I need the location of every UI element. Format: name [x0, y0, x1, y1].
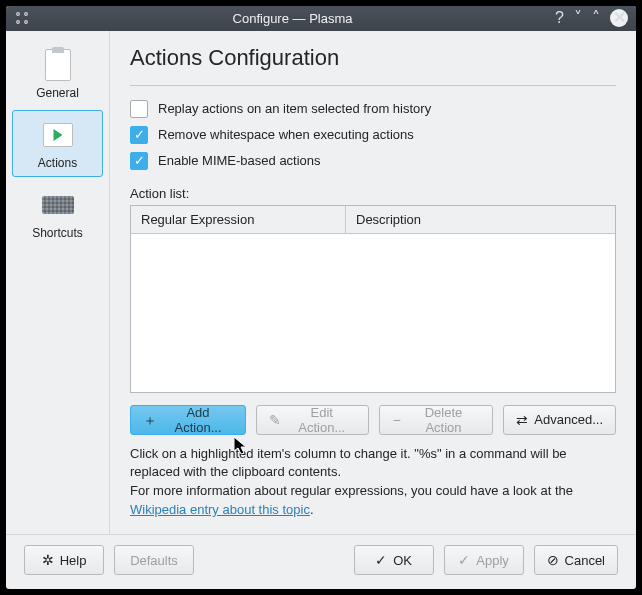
maximize-icon[interactable]: ˄ — [592, 10, 600, 26]
svg-point-1 — [25, 13, 28, 16]
lifebuoy-icon: ✲ — [42, 553, 54, 567]
sidebar-item-label: Shortcuts — [32, 226, 83, 240]
help-button[interactable]: ✲ Help — [24, 545, 104, 575]
ok-button[interactable]: ✓ OK — [354, 545, 434, 575]
keyboard-icon — [42, 189, 74, 221]
help-titlebar-icon[interactable]: ? — [555, 10, 564, 26]
close-icon[interactable]: ✕ — [610, 9, 628, 27]
checkbox-whitespace-row[interactable]: Remove whitespace when executing actions — [130, 126, 616, 144]
window: Configure — Plasma ? ˅ ˄ ✕ General Actio… — [6, 6, 636, 589]
sidebar-item-shortcuts[interactable]: Shortcuts — [12, 181, 103, 246]
cancel-icon: ⊘ — [547, 553, 559, 567]
add-action-button[interactable]: ＋ Add Action... — [130, 405, 246, 435]
titlebar[interactable]: Configure — Plasma ? ˅ ˄ ✕ — [6, 6, 636, 31]
plus-icon: ＋ — [143, 413, 157, 427]
svg-point-2 — [17, 21, 20, 24]
delete-action-button[interactable]: − Delete Action — [379, 405, 493, 435]
checkbox-whitespace[interactable] — [130, 126, 148, 144]
page-title: Actions Configuration — [130, 45, 616, 71]
minus-icon: − — [392, 413, 400, 427]
advanced-button[interactable]: ⇄ Advanced... — [503, 405, 616, 435]
check-icon: ✓ — [458, 553, 470, 567]
checkbox-mime[interactable] — [130, 152, 148, 170]
edit-action-button[interactable]: ✎ Edit Action... — [256, 405, 369, 435]
checkbox-replay[interactable] — [130, 100, 148, 118]
checkbox-label: Remove whitespace when executing actions — [158, 127, 414, 142]
checkbox-mime-row[interactable]: Enable MIME-based actions — [130, 152, 616, 170]
apply-button[interactable]: ✓ Apply — [444, 545, 524, 575]
sidebar-item-general[interactable]: General — [12, 41, 103, 106]
wikipedia-link[interactable]: Wikipedia entry about this topic — [130, 502, 310, 517]
action-list-table[interactable]: Regular Expression Description — [130, 205, 616, 393]
sidebar-item-label: General — [36, 86, 79, 100]
checkbox-label: Enable MIME-based actions — [158, 153, 321, 168]
play-icon — [42, 119, 74, 151]
help-text: Click on a highlighted item's column to … — [130, 445, 616, 520]
window-title: Configure — Plasma — [30, 11, 555, 26]
check-icon: ✓ — [375, 553, 387, 567]
table-body[interactable] — [131, 234, 615, 392]
column-regex[interactable]: Regular Expression — [131, 206, 346, 233]
sidebar: General Actions Shortcuts — [6, 31, 110, 534]
clipboard-icon — [42, 49, 74, 81]
sidebar-item-label: Actions — [38, 156, 77, 170]
pencil-icon: ✎ — [269, 413, 281, 427]
svg-point-3 — [25, 21, 28, 24]
cancel-button[interactable]: ⊘ Cancel — [534, 545, 618, 575]
main-panel: Actions Configuration Replay actions on … — [110, 31, 636, 534]
sidebar-item-actions[interactable]: Actions — [12, 110, 103, 177]
footer: ✲ Help Defaults ✓ OK ✓ Apply ⊘ Cancel — [6, 534, 636, 589]
table-header: Regular Expression Description — [131, 206, 615, 234]
checkbox-label: Replay actions on an item selected from … — [158, 101, 431, 116]
minimize-icon[interactable]: ˅ — [574, 10, 582, 26]
checkbox-replay-row[interactable]: Replay actions on an item selected from … — [130, 100, 616, 118]
column-description[interactable]: Description — [346, 206, 615, 233]
svg-point-0 — [17, 13, 20, 16]
app-icon — [14, 10, 30, 26]
divider — [130, 85, 616, 86]
defaults-button[interactable]: Defaults — [114, 545, 194, 575]
action-list-label: Action list: — [130, 186, 616, 201]
sliders-icon: ⇄ — [516, 413, 528, 427]
